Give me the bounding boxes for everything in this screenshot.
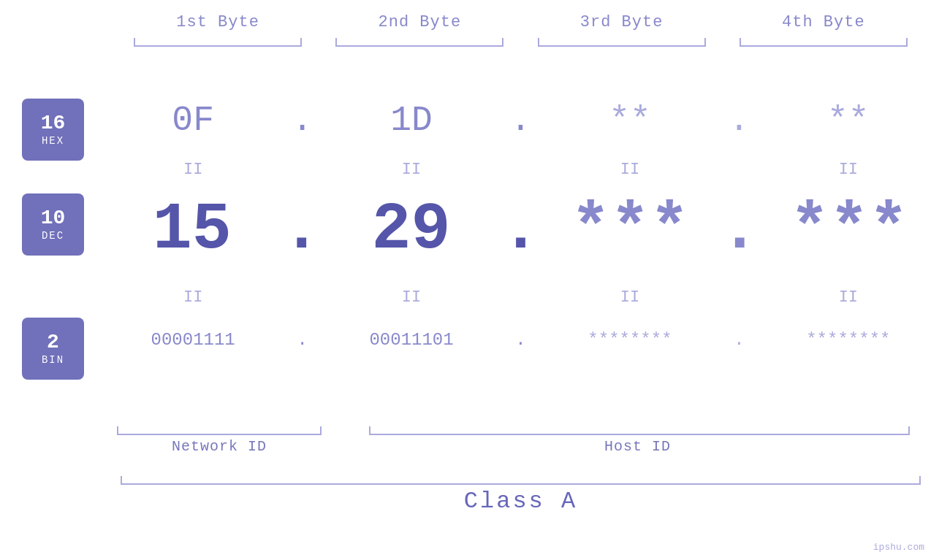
byte-headers: 1st Byte 2nd Byte 3rd Byte 4th Byte: [102, 13, 939, 31]
bin-dot2: .: [502, 330, 539, 350]
dec-row: 15 . 29 . *** . ***: [102, 186, 939, 274]
hex-badge: 16 HEX: [22, 99, 84, 161]
class-a-label-row: Class A: [102, 488, 939, 515]
equals-2-c3: II: [539, 288, 721, 307]
top-bracket-3: [531, 38, 713, 53]
equals-1-c4: II: [758, 161, 939, 179]
dec-val4: ***: [759, 193, 939, 267]
bin-dot3: .: [721, 330, 758, 350]
byte4-header: 4th Byte: [732, 13, 915, 31]
hex-val2: 1D: [321, 101, 502, 140]
dec-val2: 29: [322, 193, 501, 267]
hex-badge-number: 16: [41, 113, 66, 134]
hex-row: 0F . 1D . ** . **: [102, 95, 939, 146]
equals-2-c1: II: [102, 288, 284, 307]
bin-val3: ********: [539, 330, 721, 350]
dec-badge: 10 DEC: [22, 193, 84, 256]
network-id-label: Network ID: [102, 438, 336, 455]
class-bracket: [121, 473, 921, 485]
bin-badge-label: BIN: [42, 354, 64, 366]
dec-badge-label: DEC: [42, 230, 64, 242]
top-bracket-2: [328, 38, 511, 53]
hex-val4: **: [758, 101, 939, 140]
byte2-header: 2nd Byte: [328, 13, 511, 31]
hex-val1: 0F: [102, 101, 284, 140]
bin-row: 00001111 . 00011101 . ******** . *******…: [102, 314, 939, 365]
bin-val2: 00011101: [321, 330, 502, 350]
bin-val1: 00001111: [102, 330, 284, 350]
equals-2-c2: II: [321, 288, 502, 307]
hex-dot2: .: [502, 101, 539, 140]
network-id-bracket: [113, 423, 325, 435]
equals-1-c1: II: [102, 161, 284, 179]
top-bracket-4: [732, 38, 915, 53]
dec-val3: ***: [541, 193, 721, 267]
page: 1st Byte 2nd Byte 3rd Byte 4th Byte 16 H…: [0, 0, 939, 560]
byte3-header: 3rd Byte: [531, 13, 713, 31]
bin-val4: ********: [758, 330, 939, 350]
byte1-header: 1st Byte: [126, 13, 309, 31]
hex-dot3: .: [721, 101, 758, 140]
equals-row-2: II II II II: [102, 285, 939, 310]
equals-row-1: II II II II: [102, 157, 939, 183]
dec-dot1: .: [282, 193, 322, 267]
top-brackets: [102, 38, 939, 53]
top-bracket-1: [126, 38, 309, 53]
host-id-label: Host ID: [336, 438, 939, 455]
host-id-bracket: [365, 423, 913, 435]
equals-2-c4: II: [758, 288, 939, 307]
bin-dot1: .: [284, 330, 321, 350]
id-labels: Network ID Host ID: [102, 438, 939, 455]
class-bracket-row: [102, 473, 939, 485]
watermark: ipshu.com: [873, 542, 924, 553]
class-a-label: Class A: [464, 488, 577, 515]
hex-dot1: .: [284, 101, 321, 140]
bin-badge: 2 BIN: [22, 318, 84, 380]
equals-1-c3: II: [539, 161, 721, 179]
hex-badge-label: HEX: [42, 135, 64, 147]
dec-badge-number: 10: [41, 208, 66, 229]
dec-val1: 15: [102, 193, 282, 267]
equals-1-c2: II: [321, 161, 502, 179]
bottom-brackets: [102, 423, 939, 435]
bin-badge-number: 2: [47, 332, 59, 353]
dec-dot2: .: [501, 193, 540, 267]
hex-val3: **: [539, 101, 721, 140]
dec-dot3: .: [720, 193, 759, 267]
